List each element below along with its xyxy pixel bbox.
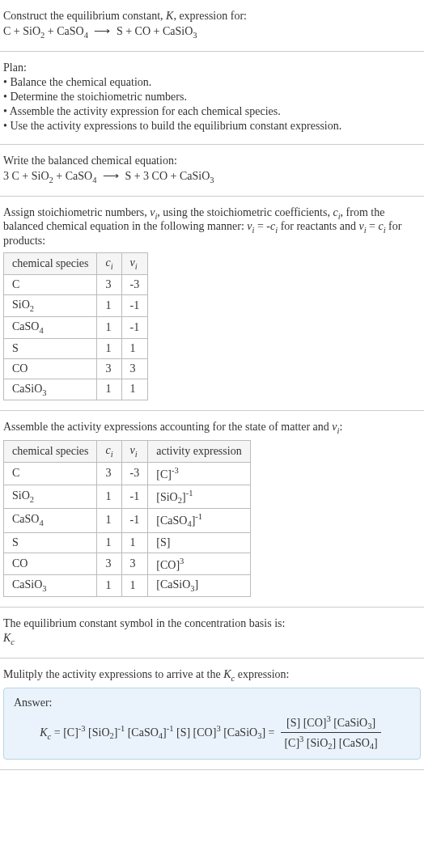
cell-species: CaSO4: [4, 509, 97, 532]
cell-species: SiO2: [4, 294, 97, 316]
cell-ci: 1: [97, 379, 121, 400]
kc-fraction: [S] [CO]3 [CaSiO3] [C]3 [SiO2] [CaSO4]: [278, 714, 384, 752]
cell-ci: 1: [97, 485, 121, 508]
cell-ci: 3: [97, 358, 121, 379]
table-row: CaSO41-1: [4, 316, 148, 338]
cell-ci: 1: [97, 338, 121, 358]
intro-eq-lhs: C + SiO2 + CaSO4: [3, 25, 88, 37]
col-ci: ci: [97, 441, 121, 463]
section-symbol: The equilibrium constant symbol in the c…: [0, 608, 424, 658]
table-row: C3-3: [4, 274, 148, 294]
cell-vi: 1: [121, 379, 148, 400]
kc-denominator: [C]3 [SiO2] [CaSO4]: [281, 733, 380, 751]
section-activity: Assemble the activity expressions accoun…: [0, 411, 424, 608]
balanced-eq-rhs: S + 3 CO + CaSiO3: [125, 170, 214, 182]
cell-species: C: [4, 462, 97, 485]
cell-vi: 1: [121, 575, 148, 597]
cell-species: CaSO4: [4, 316, 97, 338]
intro-heading: Construct the equilibrium constant, K, e…: [3, 10, 421, 23]
col-vi: νi: [121, 253, 148, 275]
table-header-row: chemical species ci νi: [4, 253, 148, 275]
plan-bullet: • Use the activity expressions to build …: [3, 120, 421, 133]
cell-ci: 3: [97, 462, 121, 485]
cell-expr: [CO]3: [148, 553, 250, 575]
plan-bullet: • Assemble the activity expression for e…: [3, 105, 421, 118]
cell-vi: 3: [121, 358, 148, 379]
section-plan: Plan: • Balance the chemical equation. •…: [0, 52, 424, 145]
cell-expr: [SiO2]-1: [148, 485, 250, 508]
table-row: CaSO41-1[CaSO4]-1: [4, 509, 251, 532]
cell-species: CaSiO3: [4, 379, 97, 400]
balanced-equation: 3 C + SiO2 + CaSO4 ⟶ S + 3 CO + CaSiO3: [3, 169, 421, 184]
cell-species: CO: [4, 553, 97, 575]
stoich-heading: Assign stoichiometric numbers, νi, using…: [3, 206, 421, 248]
table-row: S11[S]: [4, 532, 251, 553]
col-expr: activity expression: [148, 441, 250, 463]
cell-species: S: [4, 338, 97, 358]
cell-expr: [C]-3: [148, 462, 250, 485]
final-heading: Mulitply the activity expressions to arr…: [3, 668, 421, 683]
stoich-table: chemical species ci νi C3-3 SiO21-1 CaSO…: [3, 252, 148, 400]
symbol-heading: The equilibrium constant symbol in the c…: [3, 617, 421, 630]
activity-heading: Assemble the activity expressions accoun…: [3, 421, 421, 435]
section-stoich: Assign stoichiometric numbers, νi, using…: [0, 197, 424, 412]
cell-expr: [S]: [148, 532, 250, 553]
answer-box: Answer: Kc = [C]-3 [SiO2]-1 [CaSO4]-1 [S…: [3, 688, 421, 760]
section-balanced: Write the balanced chemical equation: 3 …: [0, 145, 424, 197]
section-intro: Construct the equilibrium constant, K, e…: [0, 0, 424, 52]
cell-ci: 1: [97, 575, 121, 597]
cell-expr: [CaSiO3]: [148, 575, 250, 597]
cell-vi: 1: [121, 338, 148, 358]
cell-vi: 3: [121, 553, 148, 575]
cell-species: S: [4, 532, 97, 553]
table-row: CaSiO311[CaSiO3]: [4, 575, 251, 597]
arrow-icon: ⟶: [100, 170, 122, 182]
cell-species: C: [4, 274, 97, 294]
table-row: CaSiO311: [4, 379, 148, 400]
table-row: C3-3[C]-3: [4, 462, 251, 485]
table-row: CO33[CO]3: [4, 553, 251, 575]
table-header-row: chemical species ci νi activity expressi…: [4, 441, 251, 463]
activity-table: chemical species ci νi activity expressi…: [3, 440, 251, 597]
cell-ci: 1: [97, 316, 121, 338]
cell-vi: 1: [121, 532, 148, 553]
balanced-eq-lhs: 3 C + SiO2 + CaSO4: [3, 170, 96, 182]
cell-ci: 3: [97, 553, 121, 575]
intro-equation: C + SiO2 + CaSO4 ⟶ S + CO + CaSiO3: [3, 24, 421, 40]
plan-heading: Plan:: [3, 61, 421, 74]
cell-ci: 1: [97, 294, 121, 316]
col-species: chemical species: [4, 441, 97, 463]
table-row: SiO21-1: [4, 294, 148, 316]
symbol-value: Kc: [3, 632, 421, 646]
cell-vi: -1: [121, 294, 148, 316]
cell-vi: -1: [121, 509, 148, 532]
balanced-heading: Write the balanced chemical equation:: [3, 155, 421, 167]
answer-label: Answer:: [14, 697, 410, 709]
table-row: CO33: [4, 358, 148, 379]
table-row: SiO21-1[SiO2]-1: [4, 485, 251, 508]
kc-expression: Kc = [C]-3 [SiO2]-1 [CaSO4]-1 [S] [CO]3 …: [14, 714, 410, 752]
col-ci: ci: [97, 253, 121, 275]
plan-bullet: • Determine the stoichiometric numbers.: [3, 91, 421, 104]
col-species: chemical species: [4, 253, 97, 275]
intro-eq-rhs: S + CO + CaSiO3: [117, 25, 197, 37]
cell-expr: [CaSO4]-1: [148, 509, 250, 532]
cell-vi: -3: [121, 462, 148, 485]
cell-ci: 1: [97, 532, 121, 553]
table-row: S11: [4, 338, 148, 358]
cell-species: CO: [4, 358, 97, 379]
cell-ci: 3: [97, 274, 121, 294]
cell-species: CaSiO3: [4, 575, 97, 597]
kc-numerator: [S] [CO]3 [CaSiO3]: [281, 714, 380, 733]
cell-ci: 1: [97, 509, 121, 532]
arrow-icon: ⟶: [91, 25, 113, 37]
cell-vi: -1: [121, 485, 148, 508]
col-vi: νi: [121, 441, 148, 463]
cell-vi: -3: [121, 274, 148, 294]
cell-vi: -1: [121, 316, 148, 338]
cell-species: SiO2: [4, 485, 97, 508]
kc-lhs: Kc = [C]-3 [SiO2]-1 [CaSO4]-1 [S] [CO]3 …: [40, 724, 278, 740]
section-final: Mulitply the activity expressions to arr…: [0, 658, 424, 771]
plan-bullet: • Balance the chemical equation.: [3, 76, 421, 89]
